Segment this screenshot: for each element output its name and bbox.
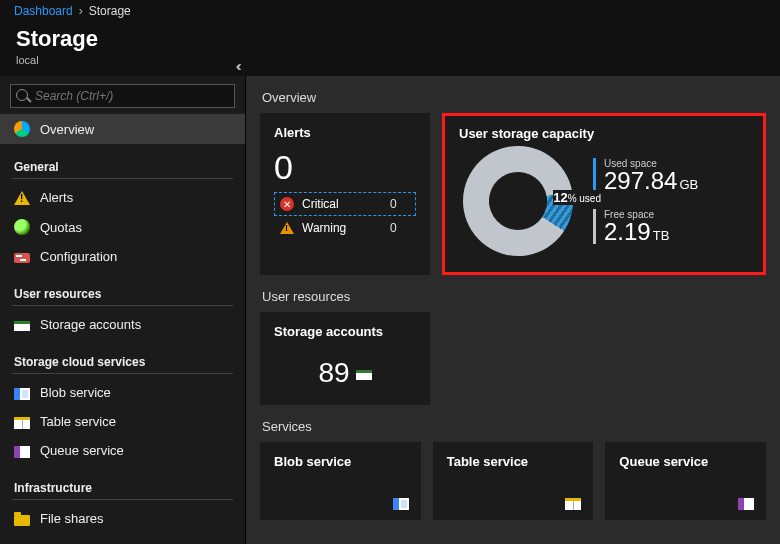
sidebar-item-label: Quotas — [40, 220, 82, 235]
capacity-title: User storage capacity — [459, 126, 594, 141]
alert-row-warning[interactable]: Warning 0 — [274, 216, 416, 240]
alerts-total: 0 — [274, 150, 416, 184]
page-header: Storage local — [0, 22, 780, 76]
sidebar-group-title: General — [12, 150, 233, 179]
config-icon — [14, 253, 30, 263]
sidebar-item-alerts[interactable]: Alerts — [0, 183, 245, 212]
alert-value: 0 — [390, 221, 410, 235]
sidebar-item-label: Storage accounts — [40, 317, 141, 332]
service-card-blob-service[interactable]: Blob service — [260, 442, 421, 520]
donut-percent-label: 12% used — [553, 190, 601, 205]
alert-icon — [14, 191, 30, 205]
sidebar-item-queue-service[interactable]: Queue service — [0, 436, 245, 465]
sidebar-item-label: Queue service — [40, 443, 124, 458]
search-icon — [16, 89, 28, 101]
search-input[interactable] — [10, 84, 235, 108]
sidebar-item-label: File shares — [40, 511, 104, 526]
sidebar-item-table-service[interactable]: Table service — [0, 407, 245, 436]
blob-icon — [393, 498, 409, 510]
sidebar-group-title: Infrastructure — [12, 471, 233, 500]
sidebar-item-label: Table service — [40, 414, 116, 429]
breadcrumb-separator: › — [79, 4, 83, 18]
sidebar-item-label: Alerts — [40, 190, 73, 205]
alert-row-critical[interactable]: ✕ Critical 0 — [274, 192, 416, 216]
service-title: Table service — [447, 454, 580, 469]
quota-icon — [14, 219, 30, 235]
main-content: Overview Alerts 0 ✕ Critical 0 Warning 0… — [246, 76, 780, 544]
storage-acct-icon — [14, 321, 30, 331]
critical-icon: ✕ — [280, 197, 294, 211]
sidebar-item-file-shares[interactable]: File shares — [0, 504, 245, 533]
blob-icon — [14, 388, 30, 400]
table-icon — [565, 498, 581, 510]
service-title: Queue service — [619, 454, 752, 469]
alert-label: Warning — [302, 221, 382, 235]
stat-used: Used space 297.84GB — [593, 158, 698, 193]
sidebar-item-configuration[interactable]: Configuration — [0, 242, 245, 271]
sidebar-item-blob-service[interactable]: Blob service — [0, 378, 245, 407]
warning-icon — [280, 222, 294, 234]
section-title-overview: Overview — [262, 90, 764, 105]
alerts-title: Alerts — [274, 125, 416, 140]
capacity-donut: 12% used — [463, 146, 573, 256]
table-icon — [14, 417, 30, 429]
alert-label: Critical — [302, 197, 382, 211]
stat-free: Free space 2.19TB — [593, 209, 698, 244]
section-title-services: Services — [262, 419, 764, 434]
section-title-user-resources: User resources — [262, 289, 764, 304]
queue-icon — [14, 446, 30, 458]
overview-icon — [14, 121, 30, 137]
collapse-sidebar-icon[interactable]: ‹‹ — [229, 54, 245, 78]
sidebar-item-storage-accounts[interactable]: Storage accounts — [0, 310, 245, 339]
folder-icon — [14, 515, 30, 526]
capacity-card[interactable]: User storage capacity 12% used Used spac… — [442, 113, 766, 275]
storage-accounts-title: Storage accounts — [274, 324, 416, 339]
alerts-card[interactable]: Alerts 0 ✕ Critical 0 Warning 0 — [260, 113, 430, 275]
sidebar-item-quotas[interactable]: Quotas — [0, 212, 245, 242]
service-card-queue-service[interactable]: Queue service — [605, 442, 766, 520]
sidebar-group-title: Storage cloud services — [12, 345, 233, 374]
breadcrumb-current: Storage — [89, 4, 131, 18]
breadcrumb: Dashboard › Storage — [0, 0, 780, 22]
sidebar-group-title: User resources — [12, 277, 233, 306]
queue-icon — [738, 498, 754, 510]
sidebar-item-label: Configuration — [40, 249, 117, 264]
sidebar-item-overview[interactable]: Overview — [0, 114, 245, 144]
alert-value: 0 — [390, 197, 410, 211]
service-title: Blob service — [274, 454, 407, 469]
page-title: Storage — [16, 26, 764, 52]
sidebar: ‹‹ Overview GeneralAlertsQuotasConfigura… — [0, 76, 246, 544]
sidebar-item-label: Overview — [40, 122, 94, 137]
breadcrumb-root[interactable]: Dashboard — [14, 4, 73, 18]
page-subtitle: local — [16, 54, 764, 66]
sidebar-item-label: Blob service — [40, 385, 111, 400]
storage-accounts-card[interactable]: Storage accounts 89 — [260, 312, 430, 405]
service-card-table-service[interactable]: Table service — [433, 442, 594, 520]
storage-accounts-value: 89 — [318, 357, 349, 389]
storage-account-icon — [356, 370, 372, 380]
